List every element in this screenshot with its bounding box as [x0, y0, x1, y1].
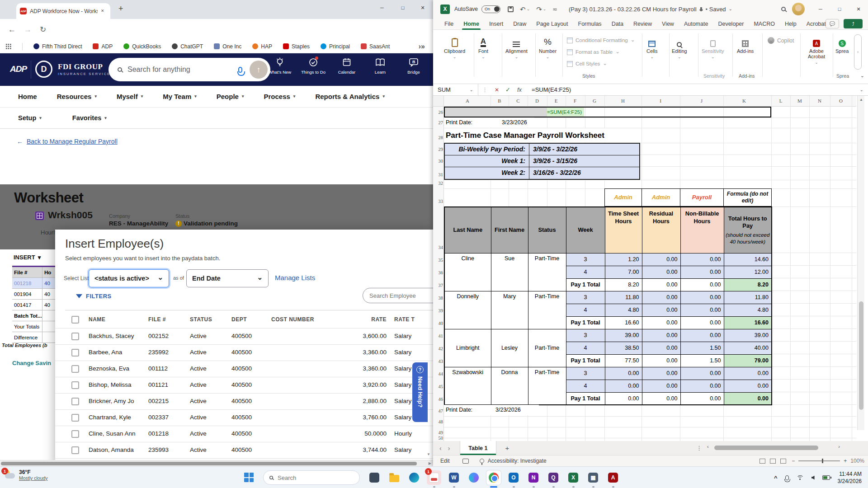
employee-row[interactable]: Brickner, Amy Jo002215Active4005002,880.…	[55, 393, 433, 409]
nav-process[interactable]: Process	[264, 93, 295, 100]
scroll-right-icon[interactable]	[429, 462, 431, 465]
col-L[interactable]: L	[779, 98, 783, 103]
tab-automate[interactable]: Automate	[679, 18, 713, 30]
spreadsheet-addin-button[interactable]: Sprea	[835, 33, 849, 54]
employee-search-box[interactable]	[363, 288, 433, 303]
row-checkbox[interactable]	[71, 381, 79, 389]
insert-function-icon[interactable]	[517, 87, 522, 93]
notification-app-icon[interactable]: 1	[427, 470, 441, 485]
mic-icon[interactable]	[238, 67, 242, 73]
nav-setup[interactable]: Setup	[18, 114, 42, 122]
task-view-icon[interactable]	[367, 470, 382, 485]
column-headers[interactable]	[444, 96, 856, 107]
zoom-slider-knob[interactable]	[822, 459, 823, 463]
side-pane-handle[interactable]: ›	[854, 34, 862, 70]
taskbar-search-input[interactable]	[278, 474, 341, 481]
change-saving-link[interactable]: Change Savin	[12, 360, 51, 366]
editing-group-button[interactable]: Editing	[672, 33, 687, 59]
accessibility-status[interactable]: Accessibility: Investigate	[488, 458, 547, 464]
collapse-ribbon-icon[interactable]	[860, 73, 864, 78]
scrollbar-thumb[interactable]	[1, 462, 417, 465]
tab-page-layout[interactable]: Page Layout	[531, 18, 573, 30]
bridge-button[interactable]: B Bridge	[399, 57, 429, 75]
sheet-horizontal-scrollbar[interactable]	[711, 445, 833, 450]
formula-text[interactable]: =SUM(E4:F25)	[532, 86, 571, 93]
cancel-entry-icon[interactable]	[495, 87, 499, 93]
grid-row[interactable]: 00190440	[12, 289, 55, 300]
tab-review[interactable]: Review	[628, 18, 657, 30]
page-horizontal-scrollbar[interactable]	[0, 460, 433, 466]
table-row[interactable]: Limbright Lesley Part-Time 339.000.000.0…	[444, 329, 772, 342]
calculator-icon[interactable]: ▦	[586, 470, 600, 485]
employee-row[interactable]: Cline, Susan Ann001218Active40050050.000…	[55, 426, 433, 442]
sheet-tab-table1[interactable]: Table 1	[460, 441, 496, 455]
grid-row[interactable]: 00141740	[12, 300, 55, 310]
nav-people[interactable]: People	[217, 93, 244, 100]
nav-my-team[interactable]: My Team	[163, 93, 197, 100]
chrome-icon[interactable]	[486, 470, 501, 485]
normal-view-icon[interactable]	[760, 459, 765, 464]
employee-row[interactable]: Beznoska, Eva001112Active4005003,360.00S…	[55, 361, 433, 377]
page-break-view-icon[interactable]	[780, 459, 786, 464]
bookmark-principal[interactable]: Principal	[321, 43, 350, 50]
employee-search-input[interactable]	[369, 292, 433, 299]
bookmark-fifth-third[interactable]: Fifth Third Direct	[33, 43, 82, 50]
nav-favorites[interactable]: Favorites	[72, 114, 107, 122]
bookmark-adp[interactable]: ADP	[93, 43, 113, 50]
tab-developer[interactable]: Developer	[713, 18, 749, 30]
clipboard-group-button[interactable]: Clipboard	[444, 33, 465, 59]
col-J[interactable]: J	[701, 98, 703, 103]
col-B[interactable]: B	[498, 98, 501, 103]
need-help-tab[interactable]: ? Need Help?	[412, 362, 428, 422]
col-N[interactable]: N	[818, 98, 821, 103]
file-explorer-icon[interactable]	[387, 470, 401, 485]
print-date-label[interactable]: Print Date:	[446, 119, 472, 126]
bookmark-staples[interactable]: Staples	[283, 43, 310, 50]
role-header-admin[interactable]: Admin	[642, 188, 680, 206]
col-O[interactable]: O	[839, 98, 843, 103]
number-group-button[interactable]: %Number	[539, 33, 557, 59]
employee-row[interactable]: Datson, Amanda235993Active4005003,744.00…	[55, 442, 433, 458]
row-checkbox[interactable]	[71, 414, 79, 422]
tab-insert[interactable]: Insert	[484, 18, 508, 30]
nav-resources[interactable]: Resources	[57, 93, 97, 100]
page-scroll-down-icon[interactable]	[427, 453, 430, 456]
adp-search-bar[interactable]	[108, 58, 270, 81]
table-row[interactable]: Cline Sue Part-Time 31.200.000.0014.60	[444, 253, 772, 266]
expand-formula-bar-icon[interactable]	[860, 88, 863, 92]
pay-period-block[interactable]: Bi-Weekly Pay Period:3/9/26 - 3/22/26 We…	[444, 143, 640, 180]
document-title-area[interactable]: (Pay 3) 01.23.26 - 03.22.26 CM Hours for…	[569, 0, 732, 18]
zoom-level[interactable]: 100%	[850, 458, 864, 464]
payroll-table[interactable]: Last Name First Name Status Week Time Sh…	[444, 206, 772, 405]
role-header-admin[interactable]: Admin	[604, 188, 642, 206]
cells-group-button[interactable]: Cells	[646, 33, 657, 59]
acrobat-taskbar-icon[interactable]: A	[606, 470, 620, 485]
as-of-date-select[interactable]: End Date	[186, 269, 269, 287]
bookmarks-overflow-icon[interactable]: »	[419, 43, 425, 50]
zoom-slider[interactable]	[798, 460, 840, 461]
print-date-bottom-value[interactable]: 3/23/2026	[495, 407, 521, 413]
tab-data[interactable]: Data	[607, 18, 628, 30]
col-F[interactable]: F	[574, 98, 576, 103]
select-all-checkbox[interactable]	[71, 316, 79, 324]
row-checkbox[interactable]	[71, 349, 79, 357]
zoom-out-button[interactable]: −	[792, 458, 795, 464]
role-header-formula[interactable]: Formula (do not edit)	[723, 188, 772, 206]
col-I[interactable]: I	[660, 98, 661, 103]
col-C[interactable]: C	[516, 98, 519, 103]
taskbar-search[interactable]	[263, 470, 360, 485]
insert-button[interactable]: INSERT	[14, 254, 41, 261]
quick-access-customize-icon[interactable]	[552, 6, 557, 12]
bookmark-one-inc[interactable]: One Inc	[214, 43, 241, 50]
employee-row[interactable]: Barbee, Ana235992Active4005003,360.00Sal…	[55, 344, 433, 361]
back-icon[interactable]	[8, 26, 16, 33]
page-layout-view-icon[interactable]	[770, 459, 776, 464]
col-K[interactable]: K	[742, 98, 746, 103]
grid-row-selected[interactable]: 00121840	[12, 278, 55, 289]
adp-search-input[interactable]	[127, 66, 233, 74]
col-G[interactable]: G	[593, 98, 596, 103]
tab-view[interactable]: View	[657, 18, 679, 30]
row-checkbox[interactable]	[71, 333, 79, 340]
col-E[interactable]: E	[555, 98, 558, 103]
learn-button[interactable]: Learn	[365, 57, 395, 75]
